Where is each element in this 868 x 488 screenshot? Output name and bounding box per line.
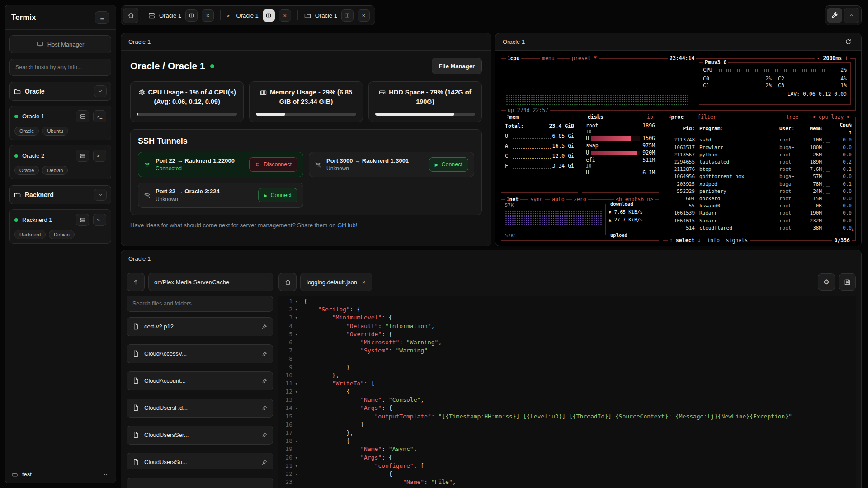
terminal-screen[interactable]: 1cpu menu preset * 23:44:14 - 2000ms + P… [495, 51, 861, 246]
file-list-item[interactable]: CloudUsersF.d... [127, 399, 273, 418]
close-file-button[interactable]: × [362, 279, 366, 286]
gutter-line[interactable]: 2▾ [278, 305, 300, 314]
folder-collapse-button[interactable] [94, 189, 107, 201]
code-line[interactable]: "Name": "Async", [304, 445, 856, 453]
refresh-button[interactable] [842, 36, 854, 48]
disconnect-button[interactable]: Disconnect [249, 157, 297, 172]
process-row[interactable]: 552329 periphery root 24M 0.0 [667, 188, 852, 195]
process-row[interactable]: 2113567 python root 26M 0.0 [667, 151, 852, 159]
pin-button[interactable] [262, 324, 267, 329]
close-tab-button[interactable]: × [358, 9, 370, 22]
file-search-input[interactable] [127, 296, 273, 312]
editor-home-button[interactable] [278, 273, 297, 291]
tab-files-oracle-1[interactable]: Oracle 1 × [301, 8, 373, 23]
code-line[interactable]: "configure": [ [304, 462, 856, 470]
code-line[interactable]: "Microsoft": "Warning", [304, 338, 856, 347]
process-row[interactable]: 1064615 Sonarr root 232M 0.0 [667, 217, 852, 225]
gutter-line[interactable]: 21▾ [278, 462, 300, 470]
host-search-input[interactable] [9, 59, 111, 76]
pin-button[interactable] [262, 378, 267, 384]
gutter-line[interactable]: 16 [278, 421, 300, 429]
code-line[interactable]: "Name": "File", [304, 478, 856, 486]
path-input[interactable] [148, 273, 273, 291]
code-line[interactable] [304, 355, 856, 363]
file-list-item[interactable] [127, 478, 273, 488]
btop-preset[interactable]: preset * [570, 55, 599, 62]
gutter-line[interactable]: 18▾ [278, 437, 300, 445]
open-server-button[interactable] [76, 110, 89, 122]
host-card-oracle-1[interactable]: Oracle 1 >_ Oracle Ubuntu [9, 106, 111, 140]
process-row[interactable]: 2294655 tailscaled root 189M 0.2 [667, 159, 852, 166]
collapse-tabbar-button[interactable] [844, 8, 859, 23]
code-line[interactable]: "WriteTo": [ [304, 380, 856, 388]
process-row[interactable]: 1063517 Prowlarr buga+ 180M 0.0 [667, 144, 852, 151]
github-link[interactable]: GitHub! [337, 222, 357, 229]
pin-button[interactable] [262, 432, 267, 438]
gutter-line[interactable]: 23 [278, 478, 300, 486]
process-row[interactable]: 604 dockerd root 15M 0.0 [667, 195, 852, 202]
process-row[interactable]: 55 kswapd0 root 0B 0.0 [667, 202, 852, 210]
close-tab-button[interactable]: × [279, 9, 291, 22]
file-list-item[interactable]: cert-v2.p12 [127, 317, 273, 336]
file-list-item[interactable]: CloudAccessV... [127, 344, 273, 363]
proc-filter[interactable]: filter [696, 114, 718, 121]
code-line[interactable]: "Name": "Console", [304, 396, 856, 404]
code-line[interactable]: { [304, 297, 856, 305]
btop-interval[interactable]: - 2000ms + [815, 55, 850, 62]
code-line[interactable]: { [304, 437, 856, 445]
gutter-line[interactable]: 5▾ [278, 330, 300, 338]
pin-button[interactable] [262, 351, 267, 357]
editor-settings-button[interactable]: ⚙ [818, 273, 835, 291]
proc-sort[interactable]: < cpu lazy > [811, 114, 852, 121]
open-server-button[interactable] [76, 214, 89, 226]
open-terminal-button[interactable]: >_ [93, 214, 106, 226]
split-view-button[interactable] [185, 9, 198, 22]
code-line[interactable]: "Args": { [304, 404, 856, 412]
scroll-down-indicator[interactable]: ↓ [851, 226, 854, 233]
process-row[interactable]: 2112876 btop root 7.6M 0.1 [667, 166, 852, 173]
proc-tree[interactable]: tree [784, 114, 800, 121]
host-card-racknerd-1[interactable]: Racknerd 1 >_ Racknerd Debian [9, 209, 111, 244]
open-terminal-button[interactable]: >_ [93, 150, 106, 162]
sidebar-menu-button[interactable]: ≡ [95, 11, 109, 24]
gutter-line[interactable]: 19 [278, 445, 300, 453]
gutter-line[interactable]: 8 [278, 355, 300, 363]
split-view-button[interactable] [341, 9, 354, 22]
navigate-up-button[interactable] [127, 273, 145, 291]
process-row[interactable]: 1061539 Radarr root 190M 0.0 [667, 210, 852, 217]
pin-button[interactable] [262, 460, 267, 465]
gutter-line[interactable]: 22▾ [278, 470, 300, 478]
code-line[interactable]: }, [304, 429, 856, 437]
code-line[interactable]: } [304, 421, 856, 429]
code-line[interactable]: "Serilog": { [304, 305, 856, 314]
split-view-button[interactable] [263, 9, 275, 22]
gutter-line[interactable]: 24▾ [278, 486, 300, 488]
open-server-button[interactable] [76, 150, 89, 162]
code-line[interactable]: "MinimumLevel": { [304, 314, 856, 322]
process-row[interactable]: 203925 xpiped buga+ 78M 0.1 [667, 181, 852, 188]
gutter-line[interactable]: 20▾ [278, 454, 300, 462]
gutter-line[interactable]: 15 [278, 413, 300, 421]
process-row[interactable]: 1064956 qbittorrent-nox buga+ 57M 0.0 [667, 173, 852, 180]
connect-button[interactable]: ▶ Connect [429, 157, 468, 172]
gutter-line[interactable]: 12▾ [278, 388, 300, 396]
code-editor[interactable]: 1▾2▾3▾45▾67891011▾12▾1314▾15161718▾1920▾… [278, 296, 856, 488]
file-manager-button[interactable]: File Manager [432, 58, 482, 74]
btop-menu[interactable]: menu [540, 55, 557, 62]
gutter-line[interactable]: 6 [278, 338, 300, 347]
gutter-line[interactable]: 7 [278, 347, 300, 355]
file-list-item[interactable]: CloudAccount... [127, 371, 273, 390]
connect-button[interactable]: ▶ Connect [258, 188, 297, 202]
host-card-oracle-2[interactable]: Oracle 2 >_ Oracle Debian [9, 145, 111, 179]
code-line[interactable]: "outputTemplate": "[{Timestamp:HH:mm:ss}… [304, 413, 856, 421]
code-line[interactable]: "Args": { [304, 486, 856, 488]
gutter-line[interactable]: 4 [278, 322, 300, 330]
sidebar-footer-test[interactable]: test [5, 465, 116, 483]
gutter-line[interactable]: 11▾ [278, 380, 300, 388]
process-row[interactable]: 514 cloudflared root 38M 0.0 [667, 225, 852, 232]
code-line[interactable]: "System": "Warning" [304, 347, 856, 355]
gutter-line[interactable]: 3▾ [278, 314, 300, 322]
process-row[interactable]: 2113748 sshd root 10M 0.0 [667, 136, 852, 144]
tab-terminal-oracle-1[interactable]: >_ Oracle 1 × [224, 8, 294, 23]
gutter-line[interactable]: 9 [278, 363, 300, 371]
